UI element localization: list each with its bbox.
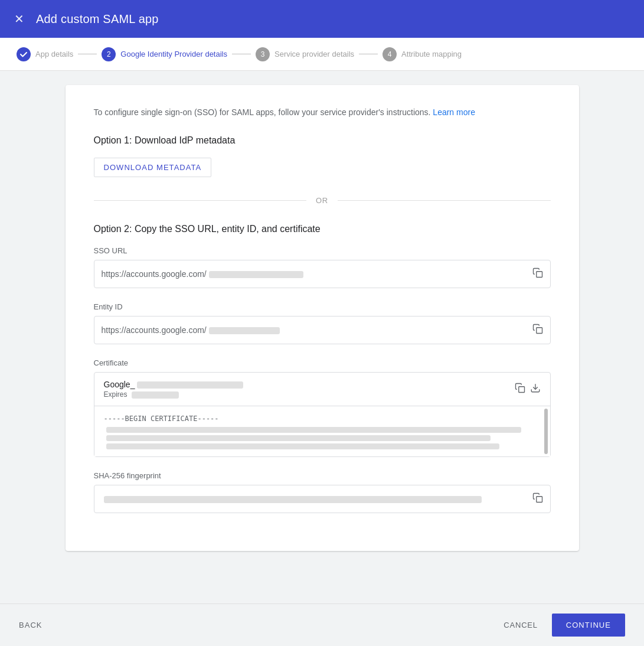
svg-rect-4 — [536, 497, 542, 503]
footer-right: CANCEL CONTINUE — [494, 614, 625, 637]
step-4-number: 4 — [383, 47, 397, 61]
cert-header: Google_ Expires — [94, 373, 550, 406]
sha-redacted — [104, 496, 482, 503]
step-3-label: Service provider details — [274, 50, 354, 58]
sso-url-label: SSO URL — [94, 246, 551, 255]
sha-field: SHA-256 fingerprint — [94, 471, 551, 513]
cert-expires-redacted — [132, 391, 179, 399]
entity-id-redacted — [209, 327, 280, 334]
content-card: To configure single sign-on (SSO) for SA… — [66, 85, 579, 551]
cert-body: -----BEGIN CERTIFICATE----- — [94, 406, 550, 456]
certificate-field: Certificate Google_ Expires — [94, 358, 551, 457]
main-area: To configure single sign-on (SSO) for SA… — [0, 71, 644, 603]
cert-name: Google_ — [104, 380, 515, 389]
dialog-header: ✕ Add custom SAML app — [0, 0, 644, 38]
option1-title: Option 1: Download IdP metadata — [94, 135, 551, 146]
entity-id-label: Entity ID — [94, 302, 551, 311]
intro-text: To configure single sign-on (SSO) for SA… — [94, 106, 551, 119]
step-separator-1 — [78, 54, 97, 54]
continue-button[interactable]: CONTINUE — [552, 614, 625, 637]
cert-copy-icon[interactable] — [515, 383, 525, 396]
option2-title: Option 2: Copy the SSO URL, entity ID, a… — [94, 224, 551, 234]
step-1-number — [17, 47, 31, 61]
step-1: App details — [17, 47, 73, 61]
sha-input-wrapper — [94, 485, 551, 513]
step-2-label: Google Identity Provider details — [120, 50, 227, 58]
svg-rect-1 — [536, 328, 542, 334]
or-divider: OR — [94, 196, 551, 205]
cancel-button[interactable]: CANCEL — [494, 616, 547, 634]
cert-name-redacted — [137, 381, 243, 389]
step-1-label: App details — [35, 50, 73, 58]
step-3: 3 Service provider details — [256, 47, 354, 61]
step-separator-3 — [359, 54, 378, 54]
learn-more-link[interactable]: Learn more — [433, 107, 475, 117]
svg-rect-2 — [518, 387, 524, 393]
step-separator-2 — [232, 54, 251, 54]
sha-copy-icon[interactable] — [532, 492, 543, 505]
stepper: App details 2 Google Identity Provider d… — [0, 38, 644, 71]
step-4: 4 Attribute mapping — [383, 47, 462, 61]
cert-line-1 — [106, 427, 521, 433]
or-line-left — [94, 200, 307, 201]
cert-line-3 — [106, 443, 499, 449]
or-line-right — [338, 200, 551, 201]
cert-actions — [515, 383, 541, 396]
close-icon[interactable]: ✕ — [14, 12, 24, 26]
or-text: OR — [316, 196, 328, 205]
dialog-title: Add custom SAML app — [36, 12, 159, 26]
sha-label: SHA-256 fingerprint — [94, 471, 551, 480]
back-button[interactable]: BACK — [19, 621, 43, 629]
certificate-box: Google_ Expires — [94, 372, 551, 457]
svg-rect-0 — [536, 272, 542, 278]
sha-value — [102, 494, 532, 504]
entity-id-input-wrapper: https://accounts.google.com/ — [94, 316, 551, 344]
dialog-footer: BACK CANCEL CONTINUE — [0, 603, 644, 646]
cert-expires: Expires — [104, 390, 515, 399]
cert-content: -----BEGIN CERTIFICATE----- — [104, 413, 541, 449]
step-4-label: Attribute mapping — [401, 50, 462, 58]
sso-url-redacted — [209, 271, 303, 278]
step-2-number: 2 — [102, 47, 116, 61]
cert-info: Google_ Expires — [104, 380, 515, 399]
cert-scrollbar[interactable] — [544, 409, 548, 454]
sso-url-input-wrapper: https://accounts.google.com/ — [94, 260, 551, 288]
step-3-number: 3 — [256, 47, 270, 61]
entity-id-field: Entity ID https://accounts.google.com/ — [94, 302, 551, 344]
entity-id-value: https://accounts.google.com/ — [102, 325, 528, 335]
step-2: 2 Google Identity Provider details — [102, 47, 227, 61]
sso-url-copy-icon[interactable] — [532, 267, 543, 280]
sso-url-value: https://accounts.google.com/ — [102, 269, 528, 279]
certificate-label: Certificate — [94, 358, 551, 367]
cert-download-icon[interactable] — [530, 383, 541, 396]
sso-url-field: SSO URL https://accounts.google.com/ — [94, 246, 551, 288]
entity-id-copy-icon[interactable] — [532, 324, 543, 337]
download-metadata-button[interactable]: DOWNLOAD METADATA — [94, 158, 212, 177]
cert-line-2 — [106, 435, 491, 441]
